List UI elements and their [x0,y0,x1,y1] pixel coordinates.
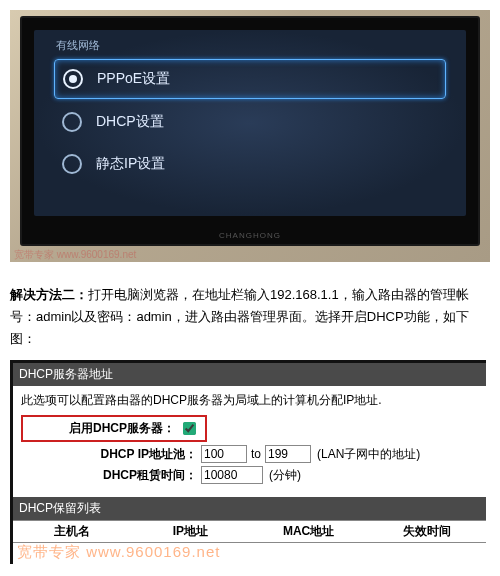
row-lease-time: DHCP租赁时间： (分钟) [21,466,478,484]
option-label: 静态IP设置 [96,155,165,173]
method2-paragraph: 解决方法二：打开电脑浏览器，在地址栏输入192.168.1.1，输入路由器的管理… [10,284,490,350]
section-reserve-head: DHCP保留列表 [13,497,486,520]
section-dhcp-server-head: DHCP服务器地址 [13,363,486,386]
pool-to-input[interactable] [265,445,311,463]
option-label: DHCP设置 [96,113,164,131]
dhcp-note: 此选项可以配置路由器的DHCP服务器为局域上的计算机分配IP地址. [21,392,478,409]
radio-icon [63,69,83,89]
watermark: 宽带专家 www.9600169.net [14,248,136,262]
method2-prefix: 解决方法二： [10,287,88,302]
row-ip-pool: DHCP IP地址池： to (LAN子网中的地址) [21,445,478,463]
section-dhcp-server-body: 此选项可以配置路由器的DHCP服务器为局域上的计算机分配IP地址. 启用DHCP… [13,386,486,497]
tv-screen: 有线网络 PPPoE设置 DHCP设置 静态IP设置 [34,30,466,216]
pool-from-input[interactable] [201,445,247,463]
pool-hint: (LAN子网中的地址) [317,446,420,463]
net-option-pppoe[interactable]: PPPoE设置 [54,59,446,99]
col-host: 主机名 [13,521,131,542]
highlight-box: 启用DHCP服务器： [21,415,207,442]
router-config-panel: DHCP服务器地址 此选项可以配置路由器的DHCP服务器为局域上的计算机分配IP… [10,360,486,564]
ip-pool-label: DHCP IP地址池： [21,446,201,463]
pool-separator: to [251,447,261,461]
watermark: 宽带专家 www.9600169.net [13,543,486,564]
screen-title: 有线网络 [54,36,446,59]
tv-brand-logo: CHANGHONG [219,231,281,240]
lease-hint: (分钟) [269,467,301,484]
net-option-static[interactable]: 静态IP设置 [54,145,446,183]
tv-frame: 有线网络 PPPoE设置 DHCP设置 静态IP设置 CHANGHONG [20,16,480,246]
lease-label: DHCP租赁时间： [21,467,201,484]
reserve-table-header: 主机名 IP地址 MAC地址 失效时间 [13,520,486,543]
col-expire: 失效时间 [368,521,486,542]
enable-dhcp-label: 启用DHCP服务器： [25,420,179,437]
col-ip: IP地址 [131,521,249,542]
enable-dhcp-checkbox[interactable] [183,422,196,435]
option-label: PPPoE设置 [97,70,170,88]
radio-icon [62,112,82,132]
tv-photo: 有线网络 PPPoE设置 DHCP设置 静态IP设置 CHANGHONG 宽带专… [10,10,490,262]
lease-input[interactable] [201,466,263,484]
net-option-dhcp[interactable]: DHCP设置 [54,103,446,141]
radio-icon [62,154,82,174]
col-mac: MAC地址 [250,521,368,542]
row-enable-dhcp: 启用DHCP服务器： [21,415,478,442]
